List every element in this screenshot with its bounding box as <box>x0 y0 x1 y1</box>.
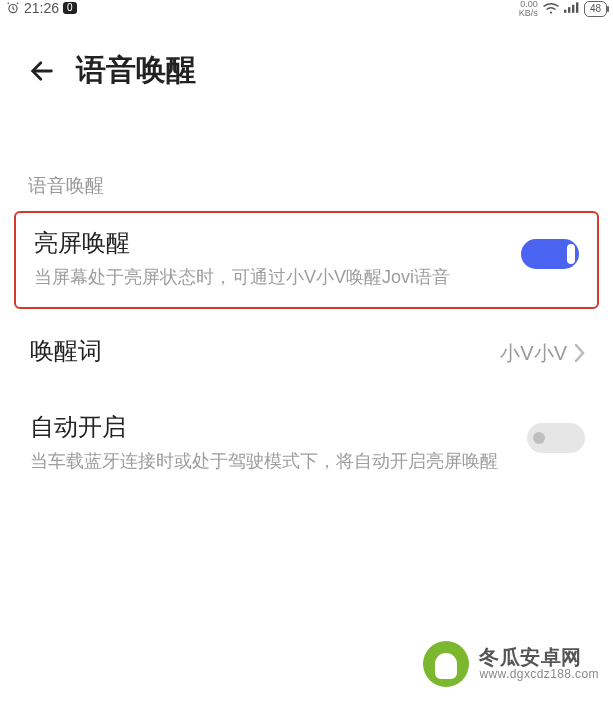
highlight-box: 亮屏唤醒 当屏幕处于亮屏状态时，可通过小V小V唤醒Jovi语音 <box>14 211 599 309</box>
screen-wake-desc: 当屏幕处于亮屏状态时，可通过小V小V唤醒Jovi语音 <box>34 265 505 289</box>
svg-rect-5 <box>576 2 578 12</box>
watermark-text-en: www.dgxcdz188.com <box>479 668 599 681</box>
svg-point-1 <box>550 11 552 13</box>
chevron-right-icon <box>573 343 585 363</box>
screen-wake-title: 亮屏唤醒 <box>34 227 505 259</box>
row-auto-on[interactable]: 自动开启 当车载蓝牙连接时或处于驾驶模式下，将自动开启亮屏唤醒 <box>0 393 613 493</box>
page-title: 语音唤醒 <box>76 50 196 91</box>
alarm-icon <box>6 1 20 15</box>
net-speed-unit: KB/s <box>519 9 538 18</box>
row-screen-wake[interactable]: 亮屏唤醒 当屏幕处于亮屏状态时，可通过小V小V唤醒Jovi语音 <box>16 213 597 307</box>
status-right: 0.00 KB/s 48 <box>519 0 607 19</box>
status-bar: 21:26 0 0.00 KB/s 48 <box>0 0 613 24</box>
signal-icon <box>564 1 580 18</box>
row-wakeword[interactable]: 唤醒词 小V小V <box>0 309 613 393</box>
auto-on-title: 自动开启 <box>30 411 511 443</box>
battery-indicator: 48 <box>584 1 607 17</box>
auto-on-desc: 当车载蓝牙连接时或处于驾驶模式下，将自动开启亮屏唤醒 <box>30 449 511 473</box>
wakeword-value: 小V小V <box>500 340 567 367</box>
watermark-logo-icon <box>423 641 469 687</box>
screen-wake-toggle[interactable] <box>521 239 579 269</box>
back-icon[interactable] <box>28 57 56 85</box>
svg-rect-2 <box>564 10 566 13</box>
network-speed: 0.00 KB/s <box>519 0 538 19</box>
svg-rect-3 <box>568 7 570 13</box>
wifi-icon <box>542 1 560 18</box>
wakeword-title: 唤醒词 <box>30 335 484 367</box>
title-bar: 语音唤醒 <box>0 24 613 103</box>
status-left: 21:26 0 <box>6 0 77 16</box>
status-time: 21:26 <box>24 0 59 16</box>
svg-rect-4 <box>572 5 574 13</box>
watermark-text-cn: 冬瓜安卓网 <box>479 647 599 668</box>
status-badge: 0 <box>63 2 77 14</box>
auto-on-toggle[interactable] <box>527 423 585 453</box>
watermark: 冬瓜安卓网 www.dgxcdz188.com <box>423 641 599 687</box>
section-header: 语音唤醒 <box>0 103 613 211</box>
